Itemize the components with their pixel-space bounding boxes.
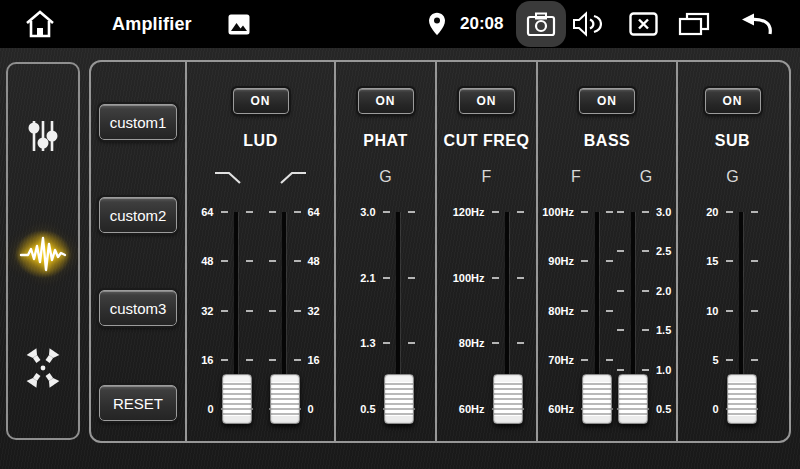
tick-label: 0 <box>308 403 314 415</box>
fader-handle[interactable] <box>618 374 648 424</box>
tick-label: 90Hz <box>548 255 574 267</box>
fader-handle[interactable] <box>384 374 414 424</box>
amplifier-panel: custom1custom2custom3RESET ONLUD64483216… <box>89 60 791 443</box>
preset-button-custom3[interactable]: custom3 <box>99 290 177 326</box>
panel-title: PHAT <box>363 132 407 154</box>
panel-bass: ONBASSFG100Hz90Hz80Hz70Hz60Hz3.02.52.01.… <box>538 62 678 441</box>
preset-button-reset[interactable]: RESET <box>99 385 177 421</box>
tick-label: 80Hz <box>548 305 574 317</box>
tick-mark <box>751 211 758 213</box>
fader: 120Hz100Hz80Hz60Hz <box>449 212 525 409</box>
lowpass-slope-icon <box>202 168 254 186</box>
on-button-sub[interactable]: ON <box>705 88 761 114</box>
tick-mark <box>246 310 253 312</box>
preset-button-custom2[interactable]: custom2 <box>99 197 177 233</box>
waveform-icon[interactable] <box>19 232 67 276</box>
tick-label: 16 <box>201 354 213 366</box>
tick-label: 64 <box>201 206 213 218</box>
band-letter: F <box>449 168 525 186</box>
fader-handle[interactable] <box>493 374 523 424</box>
tick-label: 48 <box>308 255 320 267</box>
tick-mark <box>408 277 415 279</box>
tick-mark <box>269 260 276 262</box>
tick-mark <box>606 359 613 361</box>
fader-handle[interactable] <box>727 374 757 424</box>
tick-label: 100Hz <box>453 272 485 284</box>
highpass-slope-icon <box>268 168 320 186</box>
on-button-cutfreq[interactable]: ON <box>459 88 515 114</box>
tick-label: 120Hz <box>453 206 485 218</box>
tick-mark <box>606 211 613 213</box>
tick-mark <box>492 342 499 344</box>
close-window-icon[interactable] <box>629 12 658 36</box>
band-letter: G <box>356 168 416 186</box>
tick-label: 10 <box>706 305 718 317</box>
tick-mark <box>726 310 733 312</box>
tick-mark <box>269 359 276 361</box>
home-icon[interactable] <box>24 9 56 39</box>
tick-label: 2.1 <box>360 272 375 284</box>
tick-mark <box>617 329 624 331</box>
tick-label: 1.3 <box>360 337 375 349</box>
on-button-bass[interactable]: ON <box>579 88 635 114</box>
camera-button[interactable] <box>516 1 566 47</box>
tick-mark <box>294 211 301 213</box>
tick-mark <box>221 211 228 213</box>
tick-label: 0 <box>207 403 213 415</box>
tick-label: 0 <box>712 403 718 415</box>
panel-title: LUD <box>243 132 277 154</box>
tick-label: 32 <box>201 305 213 317</box>
amplifier-screen: custom1custom2custom3RESET ONLUD64483216… <box>0 48 800 469</box>
tick-mark <box>517 342 524 344</box>
tick-mark <box>383 211 390 213</box>
tick-label: 60Hz <box>459 403 485 415</box>
panel-lud: ONLUD644832160644832160 <box>187 62 336 441</box>
tick-mark <box>617 211 624 213</box>
volume-icon[interactable] <box>572 11 602 37</box>
tick-mark <box>221 260 228 262</box>
tick-mark <box>492 277 499 279</box>
tick-label: 1.5 <box>656 324 671 336</box>
tick-label: 60Hz <box>548 403 574 415</box>
tick-mark <box>606 310 613 312</box>
fader: 644832160 <box>202 212 254 409</box>
tick-mark <box>221 310 228 312</box>
tick-label: 80Hz <box>459 337 485 349</box>
fader: 100Hz90Hz80Hz70Hz60Hz <box>538 212 614 409</box>
page-title: Amplifier <box>112 0 192 48</box>
tick-mark <box>383 342 390 344</box>
tick-mark <box>492 211 499 213</box>
tick-mark <box>383 277 390 279</box>
tick-mark <box>581 260 588 262</box>
preset-button-custom1[interactable]: custom1 <box>99 104 177 140</box>
panel-cutfreq: ONCUT FREQF120Hz100Hz80Hz60Hz <box>437 62 538 441</box>
clock: 20:08 <box>460 0 503 48</box>
band-letter: F <box>538 168 614 186</box>
tick-mark <box>642 290 649 292</box>
fader-handle[interactable] <box>222 374 252 424</box>
equalizer-sliders-icon[interactable] <box>25 118 61 154</box>
tick-mark <box>642 211 649 213</box>
tick-mark <box>751 359 758 361</box>
gallery-icon[interactable] <box>228 14 250 35</box>
fader-handle[interactable] <box>582 374 612 424</box>
status-bar: Amplifier 20:08 <box>0 0 800 48</box>
tick-mark <box>726 211 733 213</box>
speaker-balance-icon[interactable] <box>23 348 63 388</box>
fader-handle[interactable] <box>270 374 300 424</box>
recent-apps-icon[interactable] <box>678 12 710 36</box>
on-button-lud[interactable]: ON <box>233 88 289 114</box>
tick-mark <box>606 260 613 262</box>
camera-icon <box>526 11 556 37</box>
tick-label: 2.0 <box>656 285 671 297</box>
tick-mark <box>617 250 624 252</box>
tick-mark <box>581 211 588 213</box>
panel-phat: ONPHATG3.02.11.30.5 <box>336 62 437 441</box>
tick-label: 0.5 <box>360 403 375 415</box>
tick-mark <box>642 250 649 252</box>
tick-mark <box>642 329 649 331</box>
on-button-phat[interactable]: ON <box>358 88 414 114</box>
tick-mark <box>642 369 649 371</box>
back-icon[interactable] <box>738 13 774 36</box>
tick-mark <box>294 359 301 361</box>
